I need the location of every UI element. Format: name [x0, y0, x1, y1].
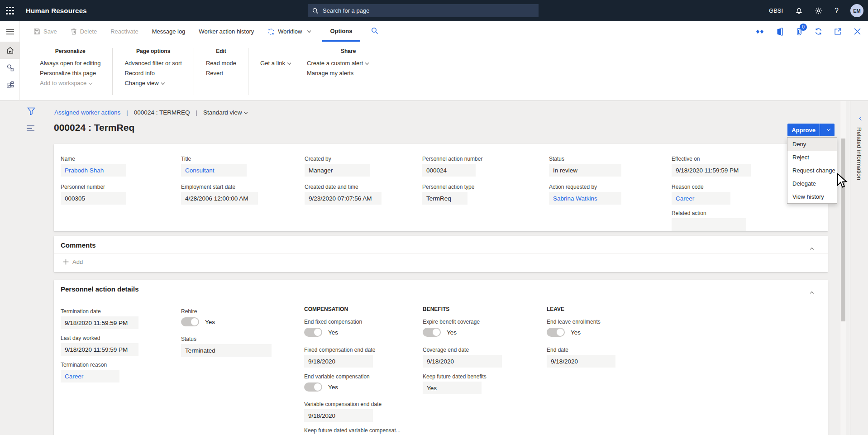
approve-dropdown-toggle[interactable]	[820, 124, 835, 136]
search-input[interactable]	[323, 7, 534, 14]
group-title: Page options	[124, 48, 181, 54]
end-variable-compensation-toggle[interactable]	[304, 382, 322, 392]
change-view-button[interactable]: Change view	[124, 78, 181, 88]
options-ribbon: Personalize Always open for editing Pers…	[20, 42, 868, 100]
menu-item-reject[interactable]: Reject	[787, 151, 837, 164]
field-expire-benefit-coverage: Expire benefit coverage Yes	[423, 319, 480, 337]
ribbon-group-personalize: Personalize Always open for editing Pers…	[28, 48, 113, 95]
collapse-section-chevron-icon[interactable]	[808, 244, 813, 252]
keep-future-dated-benefits-value: Yes	[423, 382, 482, 394]
attachments-icon[interactable]: 0	[794, 27, 803, 36]
delete-button[interactable]: Delete	[71, 28, 97, 35]
read-mode-button[interactable]: Read mode	[206, 58, 236, 68]
nav-worker-actions-icon[interactable]	[0, 76, 20, 93]
chevron-down-icon	[161, 81, 164, 85]
personalize-this-page-button[interactable]: Personalize this page	[40, 68, 100, 78]
fixed-compensation-end-date-value[interactable]: 9/18/2020	[304, 355, 373, 368]
open-in-office-icon[interactable]	[775, 27, 784, 36]
approve-split-button[interactable]: Approve	[787, 124, 835, 136]
filter-icon[interactable]	[27, 107, 35, 117]
message-log-button[interactable]: Message log	[152, 28, 186, 35]
worker-action-history-button[interactable]: Worker action history	[199, 28, 254, 35]
leave-end-date-value[interactable]: 9/18/2020	[547, 355, 615, 368]
field-keep-future-variable-compensation: Keep future dated variable compensat...	[304, 427, 401, 435]
termination-date-value[interactable]: 9/18/2020 11:59:59 PM	[61, 316, 138, 329]
close-icon[interactable]	[853, 27, 862, 36]
get-a-link-button[interactable]: Get a link	[260, 58, 291, 78]
details-section-header[interactable]: Personnel action details	[61, 285, 139, 293]
page-sections-icon[interactable]	[26, 125, 35, 134]
field-fixed-compensation-end-date: Fixed compensation end date 9/18/2020	[304, 347, 375, 368]
chevron-down-icon	[89, 81, 92, 85]
personnel-number-value: 000305	[61, 192, 126, 205]
personnel-action-number-value: 000024	[422, 164, 476, 177]
workflow-action-menu: Deny Reject Request change Delegate View…	[787, 137, 837, 204]
related-information-panel-tab[interactable]: Related information	[850, 101, 868, 435]
variable-compensation-end-date-value[interactable]: 9/18/2020	[304, 409, 373, 422]
menu-item-view-history[interactable]: View history	[787, 190, 837, 203]
workflow-icon	[267, 28, 275, 35]
refresh-icon[interactable]	[814, 27, 823, 36]
expand-nav-icon[interactable]	[0, 21, 20, 42]
name-value-link[interactable]: Prabodh Shah	[61, 164, 126, 177]
field-reason-code: Reason code Career	[672, 184, 730, 205]
expire-benefit-coverage-toggle[interactable]	[423, 328, 441, 337]
add-to-workspace-button[interactable]: Add to workspace	[40, 78, 100, 88]
task-recorder-icon[interactable]	[755, 27, 764, 36]
revert-button[interactable]: Revert	[206, 68, 236, 78]
settings-gear-icon[interactable]	[815, 7, 823, 15]
app-title: Human Resources	[26, 7, 87, 14]
personnel-action-type-value: TermReq	[422, 192, 467, 205]
menu-item-delegate[interactable]: Delegate	[787, 177, 837, 190]
field-keep-future-dated-benefits: Keep future dated benefits Yes	[423, 373, 486, 394]
view-selector[interactable]: Standard view	[203, 109, 248, 116]
open-new-window-icon[interactable]	[833, 27, 842, 36]
coverage-end-date-value[interactable]: 9/18/2020	[423, 355, 502, 368]
scrollbar-thumb[interactable]	[841, 139, 845, 321]
always-open-for-editing-button[interactable]: Always open for editing	[40, 58, 100, 68]
menu-item-deny[interactable]: Deny	[787, 138, 837, 151]
workflow-button[interactable]: Workflow	[267, 28, 310, 35]
field-action-requested-by: Action requested by Sabrina Watkins	[549, 184, 621, 205]
tab-options[interactable]: Options	[322, 21, 360, 42]
chevron-left-icon	[857, 115, 863, 123]
end-fixed-compensation-toggle[interactable]	[304, 328, 322, 337]
action-search-icon[interactable]	[371, 27, 378, 36]
title-value-link[interactable]: Consultant	[181, 164, 247, 177]
breadcrumb-root-link[interactable]: Assigned worker actions	[54, 109, 120, 116]
nav-home-icon[interactable]	[0, 42, 20, 59]
record-info-button[interactable]: Record info	[124, 68, 181, 78]
rehire-toggle[interactable]	[181, 317, 199, 326]
end-leave-enrollments-toggle[interactable]	[547, 328, 565, 337]
nav-worker-search-icon[interactable]	[0, 59, 20, 76]
last-day-worked-value[interactable]: 9/18/2020 11:59:59 PM	[61, 343, 138, 356]
collapse-section-chevron-icon[interactable]	[808, 288, 813, 296]
vertical-scrollbar[interactable]	[840, 101, 846, 435]
field-leave-end-date: End date 9/18/2020	[547, 347, 615, 368]
menu-item-request-change[interactable]: Request change	[787, 164, 837, 177]
field-effective-on: Effective on 9/18/2020 11:59:59 PM	[672, 156, 751, 177]
top-navigation-bar: Human Resources GBSI ? EM	[0, 0, 868, 21]
create-custom-alert-button[interactable]: Create a custom alert	[307, 58, 368, 68]
save-button[interactable]: Save	[33, 28, 57, 35]
notifications-bell-icon[interactable]	[795, 7, 803, 15]
comments-section-header[interactable]: Comments	[61, 241, 96, 249]
app-launcher-icon[interactable]	[5, 6, 15, 16]
environment-label: GBSI	[769, 7, 783, 14]
effective-on-value: 9/18/2020 11:59:59 PM	[672, 164, 751, 177]
approve-button[interactable]: Approve	[787, 124, 820, 136]
help-icon[interactable]: ?	[835, 7, 839, 15]
user-avatar[interactable]: EM	[850, 4, 863, 17]
field-personnel-action-number: Personnel action number 000024	[422, 156, 482, 177]
termination-reason-link[interactable]: Career	[61, 370, 119, 382]
add-comment-button[interactable]: Add	[63, 258, 83, 265]
field-created-by: Created by Manager	[305, 156, 370, 177]
reason-code-link[interactable]: Career	[672, 192, 730, 205]
reactivate-button[interactable]: Reactivate	[110, 28, 138, 35]
related-action-value[interactable]	[672, 218, 746, 231]
field-end-fixed-compensation: End fixed compensation Yes	[304, 319, 362, 337]
advanced-filter-button[interactable]: Advanced filter or sort	[124, 58, 181, 68]
action-requested-by-link[interactable]: Sabrina Watkins	[549, 192, 621, 205]
global-search[interactable]	[308, 4, 539, 17]
manage-my-alerts-button[interactable]: Manage my alerts	[307, 68, 368, 78]
